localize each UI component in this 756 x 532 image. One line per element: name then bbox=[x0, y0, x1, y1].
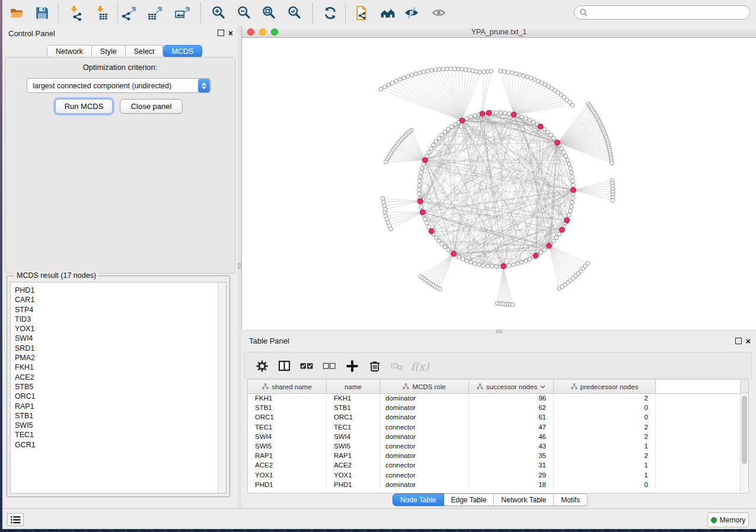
function-builder-icon[interactable]: f(x) bbox=[411, 357, 429, 375]
table-row[interactable]: ACE2ACE2connector311 bbox=[248, 460, 741, 470]
table-scrollbar[interactable] bbox=[740, 380, 748, 493]
hide-selected-icon[interactable] bbox=[403, 5, 420, 21]
mcds-result-item[interactable]: CAR1 bbox=[15, 295, 36, 305]
table-row[interactable]: TEC1TEC1connector472 bbox=[248, 422, 741, 432]
columns-icon[interactable] bbox=[276, 357, 294, 375]
column-type-icon bbox=[262, 383, 269, 390]
export-table-icon[interactable] bbox=[146, 5, 163, 21]
table-row[interactable]: YOX1YOX1connector291 bbox=[248, 470, 741, 480]
mcds-result-list[interactable]: PHD1CAR1STP4TID3YOX1SWI4SRD1PMA2FKH1ACE2… bbox=[10, 282, 227, 493]
select-all-icon[interactable] bbox=[298, 357, 315, 375]
close-table-panel-icon[interactable]: × bbox=[746, 338, 751, 344]
tab-select[interactable]: Select bbox=[126, 45, 164, 57]
table-row[interactable]: ORC1ORC1dominator610 bbox=[248, 412, 741, 422]
column-header-shared-name[interactable]: shared name bbox=[248, 380, 327, 393]
export-image-icon[interactable] bbox=[174, 5, 190, 21]
table-row[interactable]: PHD1PHD1dominator180 bbox=[248, 480, 741, 489]
mcds-result-item[interactable]: RAP1 bbox=[15, 402, 36, 411]
zoom-in-icon[interactable] bbox=[210, 5, 227, 21]
criterion-dropdown[interactable]: largest connected component (undirected) bbox=[27, 78, 211, 93]
mcds-result-scrollbar[interactable] bbox=[218, 283, 226, 493]
memory-label: Memory bbox=[720, 516, 745, 524]
network-overview-icon[interactable] bbox=[379, 5, 396, 21]
mcds-result-item[interactable]: ORC1 bbox=[15, 392, 36, 401]
column-type-icon bbox=[477, 383, 483, 390]
mcds-result-item[interactable]: PMA2 bbox=[15, 353, 36, 363]
gear-icon[interactable] bbox=[253, 357, 271, 375]
tab-style[interactable]: Style bbox=[92, 45, 126, 57]
network-graph bbox=[242, 38, 756, 329]
mcds-result-item[interactable]: ACE2 bbox=[15, 373, 36, 382]
mcds-result-groupbox: MCDS result (17 nodes) PHD1CAR1STP4TID3Y… bbox=[7, 275, 230, 497]
mcds-result-item[interactable]: GCR1 bbox=[15, 440, 36, 450]
export-document-icon[interactable] bbox=[354, 5, 371, 21]
export-network-icon[interactable] bbox=[120, 5, 137, 21]
tab-network-table[interactable]: Network Table bbox=[494, 493, 554, 506]
divider-grip[interactable] bbox=[238, 263, 241, 269]
column-header-predecessor-nodes[interactable]: predecessor nodes bbox=[554, 380, 656, 393]
deselect-all-icon[interactable] bbox=[320, 357, 338, 375]
tab-motifs[interactable]: Motifs bbox=[554, 493, 588, 506]
toolbar-separator bbox=[117, 3, 118, 23]
status-bar: Memory bbox=[2, 508, 756, 529]
tab-mcds[interactable]: MCDS bbox=[163, 45, 202, 57]
zoom-selected-icon[interactable] bbox=[286, 5, 303, 21]
show-all-icon[interactable] bbox=[430, 5, 447, 21]
zoom-fit-icon[interactable] bbox=[261, 5, 277, 21]
mcds-result-item[interactable]: STP4 bbox=[15, 305, 36, 315]
table-row[interactable]: SWI5SWI5connector431 bbox=[248, 441, 741, 451]
table-row[interactable]: SWI4SWI4dominator462 bbox=[248, 432, 741, 441]
save-session-icon[interactable] bbox=[34, 5, 50, 21]
delete-table-icon[interactable] bbox=[388, 357, 406, 375]
mcds-result-item[interactable]: STB5 bbox=[15, 382, 36, 392]
table-row[interactable]: STB1STB1dominator620 bbox=[248, 403, 741, 412]
network-window-titlebar[interactable]: YPA_prune.txt_1 bbox=[242, 26, 756, 38]
table-row[interactable]: RAP1RAP1dominator352 bbox=[248, 451, 741, 460]
add-row-icon[interactable] bbox=[343, 357, 361, 375]
mcds-result-item[interactable]: SWI5 bbox=[15, 421, 36, 430]
horizontal-split-divider[interactable] bbox=[241, 329, 756, 334]
column-header-MCDS-role[interactable]: MCDS role bbox=[380, 380, 469, 393]
mcds-result-item[interactable]: PHD1 bbox=[15, 286, 36, 295]
import-table-icon[interactable] bbox=[93, 5, 110, 21]
zoom-out-icon[interactable] bbox=[236, 5, 253, 21]
network-canvas[interactable] bbox=[242, 38, 756, 329]
float-table-panel-icon[interactable] bbox=[735, 338, 742, 344]
float-panel-icon[interactable] bbox=[218, 30, 224, 36]
table-panel-tabs: Node TableEdge TableNetwork TableMotifs bbox=[393, 493, 588, 506]
dropdown-stepper-icon bbox=[198, 79, 210, 92]
delete-row-icon[interactable] bbox=[366, 357, 384, 375]
mcds-result-item[interactable]: STB1 bbox=[15, 411, 36, 421]
mcds-result-item[interactable]: FKH1 bbox=[15, 363, 36, 372]
mcds-result-item[interactable]: SWI4 bbox=[15, 334, 36, 343]
sort-desc-icon bbox=[540, 385, 546, 389]
memory-button[interactable]: Memory bbox=[707, 512, 749, 527]
table-scrollbar-thumb[interactable] bbox=[742, 396, 747, 464]
column-header-successor-nodes[interactable]: successor nodes bbox=[469, 380, 554, 393]
mcds-result-item[interactable]: YOX1 bbox=[15, 324, 36, 334]
column-type-icon bbox=[571, 383, 578, 390]
task-history-button[interactable] bbox=[7, 513, 24, 526]
run-mcds-button[interactable]: Run MCDS bbox=[55, 99, 113, 114]
divider-grip-horizontal[interactable] bbox=[496, 330, 502, 333]
column-header-filler bbox=[656, 380, 741, 393]
mcds-result-item[interactable]: TEC1 bbox=[15, 430, 36, 440]
mcds-result-item[interactable]: TID3 bbox=[15, 315, 36, 324]
control-panel-title: Control Panel bbox=[8, 29, 55, 38]
tab-node-table[interactable]: Node Table bbox=[393, 493, 444, 506]
column-header-name[interactable]: name bbox=[327, 380, 380, 393]
import-network-icon[interactable] bbox=[67, 5, 84, 21]
open-file-icon[interactable] bbox=[9, 5, 25, 21]
control-panel: Control Panel × NetworkStyleSelectMCDS O… bbox=[2, 26, 238, 508]
search-input[interactable] bbox=[574, 5, 750, 20]
close-panel-icon[interactable]: × bbox=[228, 30, 233, 36]
tab-network[interactable]: Network bbox=[47, 45, 92, 57]
table-row[interactable]: FKH1FKH1dominator962 bbox=[248, 393, 741, 403]
main-toolbar bbox=[2, 0, 756, 27]
mcds-result-item[interactable]: SRD1 bbox=[15, 344, 36, 353]
tab-edge-table[interactable]: Edge Table bbox=[444, 493, 495, 506]
close-panel-button[interactable]: Close panel bbox=[120, 99, 183, 114]
table-toolbar: f(x) bbox=[244, 352, 752, 379]
node-table: shared namename MCDS role successor node… bbox=[247, 379, 749, 493]
refresh-view-icon[interactable] bbox=[322, 5, 339, 21]
